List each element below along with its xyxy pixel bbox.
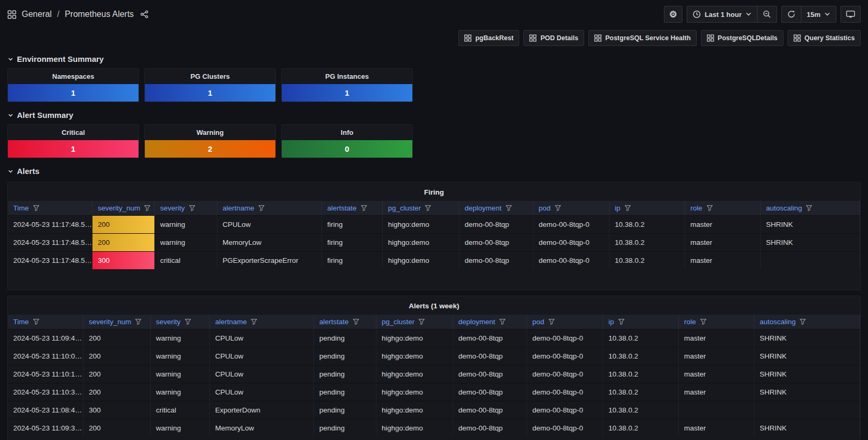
settings-button[interactable]: ⚙ <box>664 6 682 23</box>
filter-icon[interactable] <box>424 205 431 212</box>
cell-ip: 10.38.0.2 <box>603 419 679 437</box>
filter-icon[interactable] <box>135 318 142 325</box>
cell-time: 2024-05-23 11:17:48.5… <box>8 233 93 251</box>
filter-icon[interactable] <box>361 205 367 212</box>
dashboard-link-label: Query Statistics <box>805 34 855 42</box>
column-header-role[interactable]: role <box>679 315 754 329</box>
column-header-severity-num[interactable]: severity_num <box>84 315 151 329</box>
column-header-severity-num[interactable]: severity_num <box>93 201 155 215</box>
column-label: ip <box>608 318 614 326</box>
share-icon[interactable] <box>140 10 149 19</box>
section-title: Alerts <box>17 167 40 176</box>
cell-severity: warning <box>151 347 210 365</box>
filter-icon[interactable] <box>418 318 425 325</box>
column-label: severity <box>156 318 181 326</box>
dashboard-link-postgresql-service-health[interactable]: PostgreSQL Service Health <box>588 30 697 46</box>
section-header-environment-summary[interactable]: Environment Summary <box>7 54 861 63</box>
column-header-ip[interactable]: ip <box>610 201 685 215</box>
refresh-button[interactable] <box>782 6 801 22</box>
dashboard-link-label: PostgreSQL Service Health <box>605 34 691 42</box>
zoom-out-button[interactable] <box>757 6 777 22</box>
column-header-pod[interactable]: pod <box>533 201 610 215</box>
filter-icon[interactable] <box>144 205 151 212</box>
dashboard-link-query-statistics[interactable]: Query Statistics <box>788 30 861 46</box>
cell-autoscaling <box>754 401 860 419</box>
filter-icon[interactable] <box>555 205 561 212</box>
filter-icon[interactable] <box>624 205 631 212</box>
cell-role: master <box>685 233 761 251</box>
column-header-pg-cluster[interactable]: pg_cluster <box>383 201 459 215</box>
filter-icon[interactable] <box>806 205 812 212</box>
filter-icon[interactable] <box>618 318 625 325</box>
column-header-severity[interactable]: severity <box>155 201 217 215</box>
cell-autoscaling: SHRINK <box>761 215 860 233</box>
apps-icon <box>529 34 537 42</box>
column-header-pg-cluster[interactable]: pg_cluster <box>376 315 453 329</box>
column-label: pod <box>539 204 551 212</box>
top-navigation: General / Prometheus Alerts ⚙ Last 1 hou… <box>0 0 868 29</box>
column-label: severity_num <box>89 318 131 326</box>
cell-severity: warning <box>151 419 210 437</box>
cell-ip: 10.38.0.2 <box>603 365 679 383</box>
alert-summary-row: Critical 1 Warning 2 Info 0 <box>7 124 861 158</box>
cell-alertname: ExporterDown <box>210 401 314 419</box>
cell-time: 2024-05-23 11:08:4… <box>8 401 84 419</box>
apps-icon <box>594 34 602 42</box>
cell-autoscaling: SHRINK <box>754 347 860 365</box>
cell-severity: critical <box>151 401 210 419</box>
column-header-severity[interactable]: severity <box>151 315 210 329</box>
breadcrumb-section[interactable]: General <box>22 10 52 19</box>
column-header-alertname[interactable]: alertname <box>217 201 322 215</box>
chevron-down-icon <box>7 112 14 118</box>
column-header-pod[interactable]: pod <box>527 315 603 329</box>
filter-icon[interactable] <box>189 205 196 212</box>
column-header-alertstate[interactable]: alertstate <box>322 201 383 215</box>
column-header-alertstate[interactable]: alertstate <box>314 315 376 329</box>
cell-autoscaling: SHRINK <box>761 233 860 251</box>
breadcrumb-page[interactable]: Prometheus Alerts <box>64 10 134 19</box>
filter-icon[interactable] <box>706 205 713 212</box>
filter-icon[interactable] <box>499 318 506 325</box>
filter-icon[interactable] <box>184 318 191 325</box>
dashboard-link-postgresqldetails[interactable]: PostgreSQLDetails <box>701 30 783 46</box>
dashboard-link-pgbackrest[interactable]: pgBackRest <box>458 30 519 46</box>
filter-icon[interactable] <box>353 318 359 325</box>
column-header-deployment[interactable]: deployment <box>453 315 527 329</box>
cell-alertname: CPULow <box>217 215 322 233</box>
stat-panel-info: Info 0 <box>281 124 413 158</box>
column-header-role[interactable]: role <box>685 201 761 215</box>
cell-pg-cluster: highgo:demo <box>383 251 459 269</box>
cell-pg-cluster: highgo:demo <box>383 233 459 251</box>
column-header-deployment[interactable]: deployment <box>459 201 533 215</box>
apps-icon <box>707 34 714 42</box>
dashboard-link-pod-details[interactable]: POD Details <box>523 30 584 46</box>
cell-ip: 10.38.0.2 <box>603 347 679 365</box>
filter-icon[interactable] <box>799 318 806 325</box>
section-header-alerts[interactable]: Alerts <box>7 167 861 176</box>
stat-title: PG Instances <box>282 69 412 84</box>
filter-icon[interactable] <box>548 318 555 325</box>
column-header-time[interactable]: Time <box>8 315 84 329</box>
breadcrumb-separator: / <box>57 10 59 19</box>
stat-value: 2 <box>145 140 275 158</box>
filter-icon[interactable] <box>251 318 257 325</box>
time-range-picker[interactable]: Last 1 hour <box>687 6 757 22</box>
filter-icon[interactable] <box>33 205 40 212</box>
kiosk-mode-button[interactable] <box>841 6 861 23</box>
cell-deployment: demo-00-8tqp <box>459 251 533 269</box>
filter-icon[interactable] <box>700 318 707 325</box>
filter-icon[interactable] <box>505 205 512 212</box>
section-header-alert-summary[interactable]: Alert Summary <box>7 111 861 120</box>
refresh-interval-dropdown[interactable]: 15m <box>801 6 836 22</box>
cell-autoscaling: SHRINK <box>754 383 860 401</box>
column-header-autoscaling[interactable]: autoscaling <box>754 315 860 329</box>
cell-severity: warning <box>151 365 210 383</box>
stat-panel-warning: Warning 2 <box>144 124 276 158</box>
column-header-time[interactable]: Time <box>8 201 93 215</box>
column-label: alertstate <box>327 204 357 212</box>
filter-icon[interactable] <box>33 318 40 325</box>
column-header-autoscaling[interactable]: autoscaling <box>761 201 860 215</box>
column-header-alertname[interactable]: alertname <box>210 315 314 329</box>
column-header-ip[interactable]: ip <box>603 315 679 329</box>
filter-icon[interactable] <box>258 205 265 212</box>
